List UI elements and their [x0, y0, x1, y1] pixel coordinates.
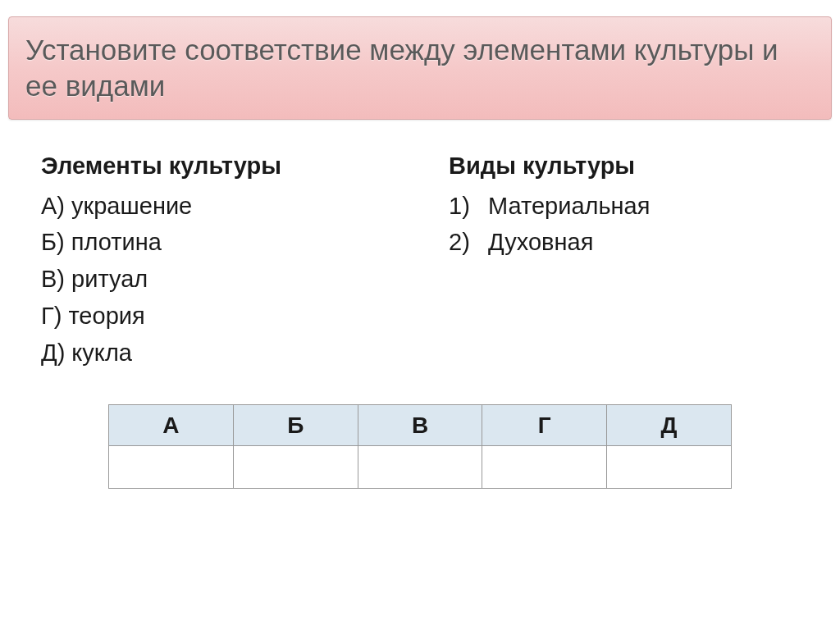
table-header-cell: Д — [607, 405, 732, 446]
content-area: Элементы культуры А) украшение Б) плотин… — [0, 120, 840, 372]
right-heading: Виды культуры — [449, 153, 799, 180]
table-answer-cell[interactable] — [109, 446, 234, 489]
answer-table-wrap: А Б В Г Д — [0, 404, 840, 489]
item-text: Духовная — [488, 229, 593, 255]
left-heading: Элементы культуры — [41, 153, 391, 180]
right-list: 1) Материальная 2) Духовная — [449, 188, 799, 262]
table-answer-cell[interactable] — [233, 446, 358, 489]
table-header-cell: Б — [233, 405, 358, 446]
slide-title: Установите соответствие между элементами… — [25, 32, 815, 104]
title-bar: Установите соответствие между элементами… — [8, 16, 832, 120]
answer-table: А Б В Г Д — [108, 404, 732, 489]
right-column: Виды культуры 1) Материальная 2) Духовна… — [449, 153, 799, 372]
table-answer-cell[interactable] — [482, 446, 607, 489]
left-item: Б) плотина — [41, 224, 391, 261]
left-item: Д) кукла — [41, 335, 391, 371]
table-answer-row — [109, 446, 732, 489]
right-item: 1) Материальная — [449, 188, 799, 225]
slide: Установите соответствие между элементами… — [0, 16, 840, 629]
item-number: 1) — [449, 188, 482, 225]
left-item: А) украшение — [41, 188, 391, 225]
left-column: Элементы культуры А) украшение Б) плотин… — [41, 153, 391, 372]
table-header-cell: В — [358, 405, 482, 446]
left-item: Г) теория — [41, 298, 391, 335]
table-header-cell: Г — [482, 405, 607, 446]
item-number: 2) — [449, 224, 482, 261]
right-item: 2) Духовная — [449, 224, 799, 261]
left-item: В) ритуал — [41, 261, 391, 298]
table-header-cell: А — [109, 405, 234, 446]
table-answer-cell[interactable] — [607, 446, 732, 489]
item-text: Материальная — [488, 193, 650, 219]
table-header-row: А Б В Г Д — [109, 405, 732, 446]
table-answer-cell[interactable] — [358, 446, 482, 489]
